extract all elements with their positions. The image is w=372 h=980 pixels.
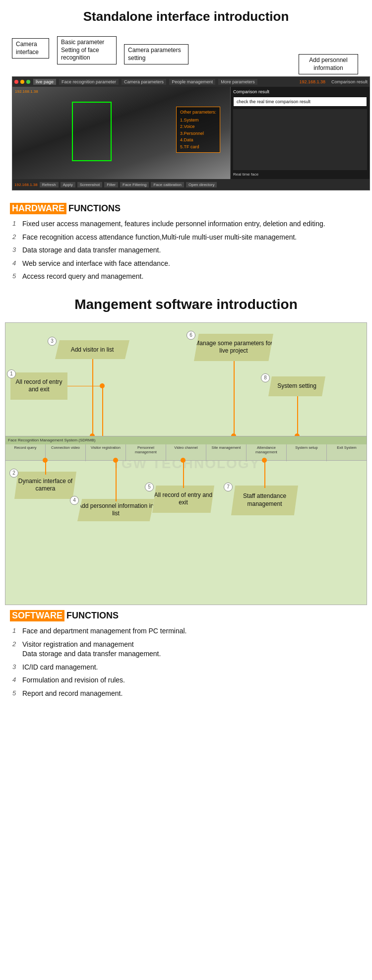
screenshot-body: 192.168.1.38 Other parameters: 1.System …: [12, 87, 370, 179]
btn-screenshot[interactable]: Screenshot: [77, 182, 102, 187]
sw-menu-video[interactable]: Video channel: [166, 444, 206, 461]
footer-ip: 192.168.1.38: [14, 183, 38, 187]
hw-num-1: 1: [12, 219, 22, 228]
sw-num-2: 2: [12, 640, 22, 649]
hw-item-2: 2 Face recognition access attendance fun…: [12, 233, 362, 243]
dot-4: [113, 458, 118, 463]
sw-item-2: 2 Visitor registration and management Da…: [12, 640, 362, 659]
sw-item-1: 1 Face and department management from PC…: [12, 626, 362, 636]
hw-text-1: Fixed user access management, features i…: [22, 219, 325, 229]
circ-3: 3: [48, 337, 57, 346]
node-system-setting: System setting: [268, 376, 325, 396]
hw-item-4: 4 Web service and interface with face at…: [12, 259, 362, 269]
circ-2: 2: [9, 469, 18, 478]
sw-item-3: 3 IC/ID card management.: [12, 663, 362, 673]
btn-face-calibration[interactable]: Face calibration: [151, 182, 184, 187]
tab-face-param[interactable]: Face recognition parameter: [59, 79, 119, 85]
dot-2: [43, 458, 48, 463]
camera-image: 192.168.1.38 Other parameters: 1.System …: [12, 87, 230, 179]
hw-num-4: 4: [12, 259, 22, 268]
btn-refresh[interactable]: Refresh: [40, 182, 59, 187]
line-1-down: [102, 383, 103, 436]
cam-overlay-text: 192.168.1.38: [15, 89, 38, 94]
software-rest: FUNCTIONS: [66, 611, 119, 621]
header-cr: Comparison result: [331, 79, 368, 84]
node-manage-params: Manage some parameters for live project: [194, 334, 273, 361]
callout-add-personnel: Add personnel information: [299, 54, 358, 74]
sw-text-5: Report and record management.: [22, 689, 123, 699]
comparison-callout: check the real time comparison result: [233, 97, 367, 107]
hw-text-2: Face recognition access attendance funct…: [22, 233, 297, 243]
btn-apply[interactable]: Apply: [61, 182, 75, 187]
sw-menu-personnel[interactable]: Personnel management: [126, 444, 166, 461]
circ-8: 8: [261, 373, 270, 382]
other-param-1: 1.System: [180, 117, 216, 124]
standalone-diagram: TGW TECHNOLOGY Camera interface Basic pa…: [5, 29, 367, 198]
line-2-up: [45, 461, 46, 475]
circ-4: 4: [70, 496, 79, 505]
max-dot: [26, 80, 30, 84]
sw-menu-system[interactable]: System setup: [287, 444, 327, 461]
tab-more[interactable]: More parameters: [218, 79, 257, 85]
sw-menu-visitor[interactable]: Visitor registration: [86, 444, 126, 461]
hw-num-3: 3: [12, 245, 22, 254]
face-detection-box: [72, 102, 112, 161]
dot-5: [181, 458, 186, 463]
hardware-functions: HARDWARE FUNCTIONS 1 Fixed user access m…: [10, 203, 362, 282]
sw-menu-exit[interactable]: Exit System: [327, 444, 367, 461]
tab-cam-param[interactable]: Camera parameters: [122, 79, 166, 85]
sw-text-2: Visitor registration and management Data…: [22, 640, 161, 659]
sw-menu-record[interactable]: Record query: [5, 444, 46, 461]
callout-basic-param: Basic parameter Setting of face recognit…: [57, 36, 117, 64]
sw-num-1: 1: [12, 626, 22, 635]
hardware-rest: FUNCTIONS: [68, 203, 121, 214]
other-param-5: 5.TF card: [180, 144, 216, 151]
node-dynamic-camera: Dynamic interface of camera: [14, 472, 76, 499]
sw-item-4: 4 Formulation and revision of rules.: [12, 675, 362, 685]
section2-title: Mangement software introduction: [0, 287, 372, 317]
callout-camera-interface: Camera interface: [12, 38, 49, 59]
other-params-title: Other parameters:: [180, 109, 216, 116]
dot-7: [262, 458, 267, 463]
side-panel: Comparison result check the real time co…: [231, 87, 370, 179]
hardware-title: HARDWARE FUNCTIONS: [10, 203, 362, 214]
tab-people[interactable]: People management: [169, 79, 215, 85]
header-ip: 192.168.1.38: [299, 79, 325, 84]
hardware-highlight: HARDWARE: [10, 203, 66, 214]
side-panel-content: [233, 109, 367, 170]
line-1-right: [67, 386, 102, 387]
sw-menu-site[interactable]: Site management: [206, 444, 247, 461]
sw-num-5: 5: [12, 689, 22, 698]
other-param-2: 2.Voice: [180, 123, 216, 130]
other-param-4: 4.Data: [180, 137, 216, 144]
line-5-up: [183, 461, 184, 488]
hardware-list: 1 Fixed user access management, features…: [10, 219, 362, 282]
line-6-down: [234, 361, 235, 436]
btn-face-filtering[interactable]: Face Filtering: [120, 182, 149, 187]
btn-filter[interactable]: Filter: [104, 182, 118, 187]
realtime-label: Real time face: [233, 172, 367, 177]
software-strip: Face Recognition Management System (SDRM…: [5, 436, 367, 461]
sw-menu-connection[interactable]: Connection video: [46, 444, 86, 461]
hw-num-2: 2: [12, 233, 22, 242]
sw-text-4: Formulation and revision of rules.: [22, 675, 125, 685]
circ-6: 6: [186, 331, 195, 340]
node-all-record-top: All record of entry and exit: [10, 372, 67, 400]
btn-open-directory[interactable]: Open directory: [186, 182, 217, 187]
software-list: 1 Face and department management from PC…: [10, 626, 362, 699]
node-all-record-bottom: All record of entry and exit: [152, 486, 214, 513]
circ-7: 7: [224, 483, 233, 491]
section1-title: Standalone interface introduction: [0, 0, 372, 29]
hw-text-4: Web service and interface with face atte…: [22, 259, 170, 269]
node-staff-attendance: Staff attendance management: [231, 486, 298, 515]
line-3-down: [92, 359, 93, 436]
sw-item-5: 5 Report and record management.: [12, 689, 362, 699]
line-4-up: [116, 461, 117, 501]
other-param-3: 3.Personnel: [180, 130, 216, 137]
screenshot-header: live page Face recognition parameter Cam…: [12, 77, 370, 87]
circ-1: 1: [7, 369, 16, 378]
software-highlight: SOFTWARE: [10, 610, 64, 621]
tab-live[interactable]: live page: [33, 79, 56, 85]
fake-screenshot: live page Face recognition parameter Cam…: [12, 76, 370, 190]
hw-text-3: Data storage and data transfer managemen…: [22, 245, 161, 255]
